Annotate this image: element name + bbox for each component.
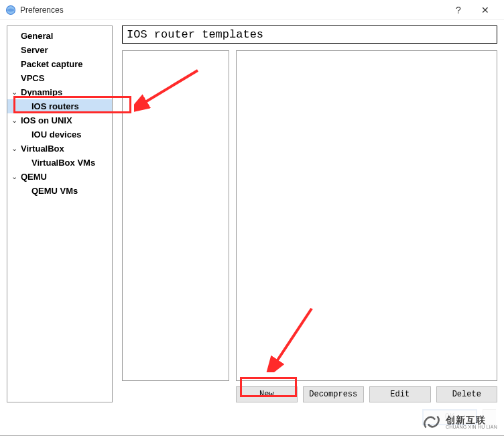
tree-label: VirtualBox <box>21 144 64 154</box>
sidebar-tree[interactable]: General Server Packet capture VPCS ⌄ Dyn… <box>7 25 113 402</box>
tree-item-server[interactable]: Server <box>7 43 112 57</box>
template-list-panel[interactable] <box>122 50 229 381</box>
help-button[interactable]: ? <box>445 0 472 20</box>
tree-label: VirtualBox VMs <box>32 158 95 168</box>
watermark: 创新互联 CHUANG XIN HU LIAN <box>418 409 500 435</box>
tree-item-ios-on-unix[interactable]: ⌄ IOS on UNIX <box>7 113 112 127</box>
tree-item-iou-devices[interactable]: IOU devices <box>7 127 112 142</box>
delete-button[interactable]: Delete <box>436 386 498 402</box>
edit-button[interactable]: Edit <box>369 386 431 402</box>
app-icon <box>5 5 16 15</box>
chevron-down-icon[interactable]: ⌄ <box>11 172 19 181</box>
tree-item-virtualbox-vms[interactable]: VirtualBox VMs <box>7 156 112 170</box>
tree-item-general[interactable]: General <box>7 29 112 43</box>
tree-item-virtualbox[interactable]: ⌄ VirtualBox <box>7 142 112 156</box>
tree-label: VPCS <box>21 73 44 83</box>
chevron-down-icon[interactable]: ⌄ <box>11 144 19 153</box>
tree-item-vpcs[interactable]: VPCS <box>7 71 112 85</box>
tree-label: IOS on UNIX <box>21 115 72 125</box>
tree-label: Server <box>21 45 48 55</box>
watermark-logo-icon <box>420 411 443 433</box>
tree-item-qemu[interactable]: ⌄ QEMU <box>7 170 112 184</box>
close-button[interactable]: ✕ <box>472 0 499 20</box>
content-area: IOS router templates New Decompress Edit… <box>122 25 497 402</box>
tree-item-ios-routers[interactable]: IOS routers <box>7 99 112 113</box>
new-button[interactable]: New <box>236 386 298 402</box>
tree-label: Packet capture <box>21 59 83 69</box>
tree-item-dynamips[interactable]: ⌄ Dynamips <box>7 85 112 99</box>
tree-label: IOU devices <box>32 129 81 140</box>
watermark-text-cn: 创新互联 <box>446 415 497 425</box>
template-detail-panel <box>236 50 497 381</box>
chevron-down-icon[interactable]: ⌄ <box>11 88 19 97</box>
template-button-row: New Decompress Edit Delete <box>236 386 497 402</box>
window-title: Preferences <box>20 5 64 15</box>
tree-item-packet-capture[interactable]: Packet capture <box>7 57 112 71</box>
tree-label: Dynamips <box>21 87 62 97</box>
chevron-down-icon[interactable]: ⌄ <box>11 116 19 125</box>
tree-item-qemu-vms[interactable]: QEMU VMs <box>7 184 112 198</box>
titlebar: Preferences ? ✕ <box>0 0 504 20</box>
tree-label: IOS routers <box>32 101 79 111</box>
tree-label: QEMU <box>21 172 47 182</box>
watermark-text-en: CHUANG XIN HU LIAN <box>446 425 497 429</box>
decompress-button[interactable]: Decompress <box>303 386 365 402</box>
content-header: IOS router templates <box>122 25 497 44</box>
main-area: General Server Packet capture VPCS ⌄ Dyn… <box>0 20 504 402</box>
tree-label: General <box>21 31 53 41</box>
content-body <box>122 50 497 381</box>
tree-label: QEMU VMs <box>32 186 78 196</box>
